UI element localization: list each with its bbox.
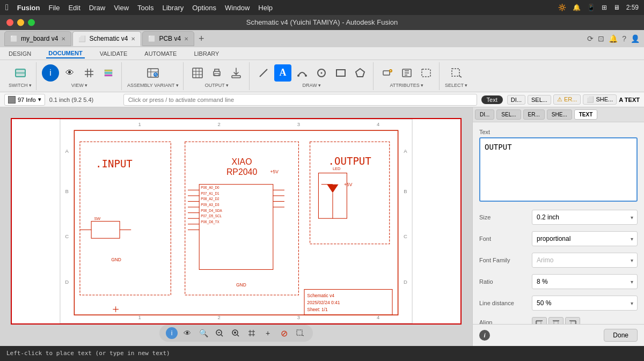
assembly-button[interactable] xyxy=(144,64,162,82)
align-top-center[interactable] xyxy=(548,317,564,324)
bt-zoom-in-button[interactable]: 🔍 xyxy=(197,327,210,340)
menu-tools[interactable]: Tools xyxy=(137,4,153,12)
tnav-library[interactable]: LIBRARY xyxy=(192,49,221,58)
switch-button[interactable] xyxy=(12,64,29,82)
tab-myboard[interactable]: ⬜ my_board v4 ✕ xyxy=(4,31,71,46)
bt-select-button[interactable] xyxy=(294,327,306,340)
rp-tab-she[interactable]: SHE... xyxy=(547,109,572,120)
tab-myboard-close[interactable]: ✕ xyxy=(61,36,65,42)
line-distance-select[interactable]: 50 % 75 % 100 % xyxy=(532,296,638,311)
bt-info-button[interactable]: i xyxy=(166,327,178,339)
info-icon[interactable]: i xyxy=(479,330,490,341)
bt-grid-button[interactable] xyxy=(245,327,258,340)
right-panel-footer: i Done xyxy=(473,324,644,346)
tnav-validate[interactable]: VALIDATE xyxy=(98,49,130,58)
svg-rect-27 xyxy=(383,71,390,75)
print-button[interactable] xyxy=(208,64,225,82)
toolbar-group-switch: SWITCH ▾ xyxy=(4,62,36,90)
menu-edit[interactable]: Edit xyxy=(68,4,80,12)
arc-tool-button[interactable] xyxy=(294,64,311,82)
tab-schematic[interactable]: ⬜ Schematic v4 ✕ xyxy=(72,31,141,46)
menu-window[interactable]: Window xyxy=(225,4,250,12)
menu-options[interactable]: Options xyxy=(192,4,216,12)
tab-pcb-label: PCB v4 xyxy=(159,35,181,42)
minimize-button[interactable] xyxy=(17,19,24,26)
rp-tab-text[interactable]: TEXT xyxy=(574,109,598,120)
tnav-document[interactable]: DOCUMENT xyxy=(46,49,85,58)
menu-view[interactable]: View xyxy=(114,4,129,12)
tnav-automate[interactable]: AUTOMATE xyxy=(142,49,179,58)
sel-button[interactable]: SEL... xyxy=(528,95,551,105)
help-icon[interactable]: ? xyxy=(622,34,626,43)
canvas-area[interactable]: 1 2 3 4 A B C D A B C D 1 2 3 4 xyxy=(0,107,472,346)
close-button[interactable] xyxy=(6,19,13,26)
font-select[interactable]: proportional fixed xyxy=(532,231,638,246)
rp-tab-di[interactable]: DI... xyxy=(475,109,494,120)
rect-tool-button[interactable] xyxy=(332,64,349,82)
history-icon[interactable]: ⊡ xyxy=(598,34,604,43)
ratio-select[interactable]: 8 % 10 % 12 % xyxy=(532,274,638,289)
maximize-button[interactable] xyxy=(28,19,35,26)
info-button[interactable]: i xyxy=(42,64,59,82)
svg-rect-25 xyxy=(336,70,345,76)
eye-button[interactable]: 👁 xyxy=(61,64,78,82)
tnav-design[interactable]: DESIGN xyxy=(6,49,33,58)
er-button[interactable]: ⚠ ER... xyxy=(553,94,581,105)
add-tab-button[interactable]: + xyxy=(195,33,208,45)
account-icon[interactable]: 👤 xyxy=(631,34,640,43)
font-family-select[interactable]: Arimo Arial xyxy=(532,253,638,268)
menu-bar:  Fusion File Edit Draw View Tools Libra… xyxy=(0,0,644,15)
align-top-right[interactable] xyxy=(565,317,580,324)
bt-cross-button[interactable]: + xyxy=(261,327,274,340)
circle-tool-button[interactable] xyxy=(313,64,330,82)
toolbar: SWITCH ▾ i 👁 VIEW ▾ xyxy=(0,60,644,92)
menu-file[interactable]: File xyxy=(48,4,60,12)
menu-draw[interactable]: Draw xyxy=(89,4,105,12)
attr1-button[interactable] xyxy=(379,64,396,82)
notification-icon[interactable]: 🔔 xyxy=(609,34,618,43)
select-tool-button[interactable] xyxy=(448,64,465,82)
size-select[interactable]: 0.2 inch 0.1 inch 0.3 inch xyxy=(532,210,638,225)
svg-point-104 xyxy=(234,331,236,334)
status-text: Left-click to place text (or type in new… xyxy=(6,350,170,357)
line-tool-button[interactable] xyxy=(255,64,272,82)
poly-tool-button[interactable] xyxy=(352,64,369,82)
menu-help[interactable]: Help xyxy=(258,4,273,12)
svg-text:.INPUT: .INPUT xyxy=(96,158,133,170)
tab-pcb[interactable]: ⬜ PCB v4 ✕ xyxy=(142,31,194,46)
tab-pcb-close[interactable]: ✕ xyxy=(184,36,188,42)
svg-text:D: D xyxy=(65,279,69,285)
menu-library[interactable]: Library xyxy=(162,4,184,12)
table-button[interactable] xyxy=(189,64,206,82)
di-button[interactable]: DI... xyxy=(507,95,525,105)
svg-point-22 xyxy=(305,75,307,77)
bt-zoom-out-button[interactable] xyxy=(213,327,226,340)
grid-button[interactable] xyxy=(80,64,98,82)
schematic-canvas[interactable]: 1 2 3 4 A B C D A B C D 1 2 3 4 xyxy=(11,118,462,325)
sync-icon[interactable]: ⟳ xyxy=(587,34,594,43)
rp-tab-er[interactable]: ER... xyxy=(523,109,545,120)
toolbar-nav: DESIGN DOCUMENT VALIDATE AUTOMATE LIBRAR… xyxy=(0,47,644,60)
bt-zoom-fit-button[interactable] xyxy=(229,327,242,340)
bt-eye-button[interactable]: 👁 xyxy=(181,327,194,340)
font-control: proportional fixed xyxy=(532,231,638,246)
text-input[interactable]: OUTPUT xyxy=(479,137,638,202)
bt-stop-button[interactable]: ⊘ xyxy=(277,327,290,340)
menu-fusion[interactable]: Fusion xyxy=(17,4,40,12)
text-section: Text OUTPUT xyxy=(479,129,638,203)
align-top-left[interactable] xyxy=(532,317,547,324)
command-input[interactable] xyxy=(123,94,477,106)
apple-menu[interactable]:  xyxy=(5,3,9,12)
export-button[interactable] xyxy=(228,64,245,82)
done-button[interactable]: Done xyxy=(604,329,638,342)
layers-button[interactable] xyxy=(100,64,117,82)
she-button[interactable]: ⬜ SHE... xyxy=(583,94,617,105)
rp-tab-sel[interactable]: SEL... xyxy=(496,109,521,120)
tab-schematic-close[interactable]: ✕ xyxy=(131,36,135,42)
svg-rect-12 xyxy=(193,68,202,78)
text-tool-button[interactable]: A xyxy=(274,64,291,82)
layer-dropdown[interactable]: 97 Info ▾ xyxy=(4,94,45,106)
svg-rect-109 xyxy=(297,330,302,335)
attr2-button[interactable] xyxy=(398,64,415,82)
attr3-button[interactable] xyxy=(418,64,435,82)
